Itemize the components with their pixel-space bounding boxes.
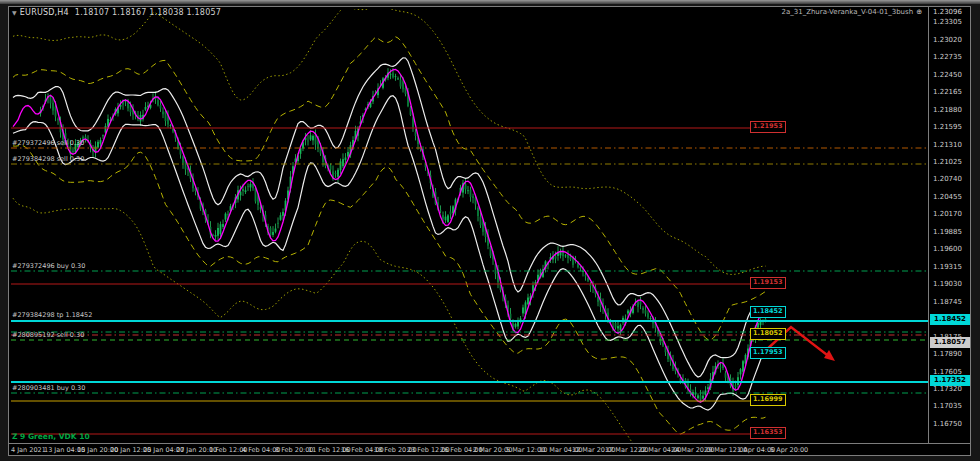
price-axis-tick: 1.22165: [933, 88, 962, 96]
order-line-label[interactable]: #280903481 buy 0.30: [12, 384, 85, 392]
level-value-box: 1.18052: [750, 328, 786, 340]
order-line-label[interactable]: #279384298 tp 1.18452: [12, 311, 92, 319]
mt4-chart-window: ▼EURUSD,H41.18107 1.18167 1.18038 1.1805…: [0, 0, 980, 461]
level-value-box: 1.16999: [750, 394, 786, 406]
mid-envelope-lower: [13, 145, 766, 434]
price-axis-tick: 1.20455: [933, 193, 962, 201]
price-axis-tick: 1.21310: [933, 141, 962, 149]
indicator-expand-icon[interactable]: ⊕: [916, 8, 922, 16]
price-axis-tick: 1.23020: [933, 36, 962, 44]
price-axis-tick: 1.19315: [933, 263, 962, 271]
window-top-edge: [0, 0, 980, 4]
axis-top-value: 1.23096: [933, 8, 962, 16]
order-line-label[interactable]: #279384298 sell 0.30: [12, 155, 84, 163]
axis-price-box: 1.18452: [930, 314, 970, 325]
indicator-watermark: Z 9 Green, VDK 10: [12, 432, 90, 441]
indicator-name-text: 2a_31_Zhura-Veranka_V-04-01_3bush: [781, 8, 913, 16]
bollinger-lower: [13, 96, 766, 410]
level-value-box: 1.19153: [750, 277, 786, 289]
price-axis-tick: 1.18745: [933, 298, 962, 306]
axis-price-box: 1.17352: [930, 375, 970, 386]
price-axis-tick: 1.21880: [933, 106, 962, 114]
level-value-box: 1.17953: [750, 347, 786, 359]
price-axis-tick: 1.19030: [933, 280, 962, 288]
bollinger-upper: [13, 58, 766, 377]
chevron-down-icon[interactable]: ▼: [12, 9, 17, 16]
chart-panel[interactable]: [8, 6, 971, 456]
symbol-timeframe-label: EURUSD,H4: [20, 8, 69, 17]
price-axis-tick: 1.17320: [933, 385, 962, 393]
level-value-box: 1.21953: [750, 121, 786, 133]
price-axis-tick: 1.22450: [933, 71, 962, 79]
plot-area[interactable]: [11, 7, 929, 455]
price-axis-tick: 1.16750: [933, 420, 962, 428]
price-axis-tick: 1.19600: [933, 245, 962, 253]
level-value-box: 1.18452: [750, 306, 786, 318]
level-value-box: 1.16353: [750, 427, 786, 439]
price-axis-tick: 1.17035: [933, 402, 962, 410]
drawn-arrow-head: [824, 350, 835, 361]
axis-price-box: 1.18057: [930, 337, 970, 348]
price-axis-tick: 1.20170: [933, 210, 962, 218]
price-axis-tick: 1.22735: [933, 53, 962, 61]
magenta-ma-line: [13, 69, 766, 402]
ohlc-readout: 1.18107 1.18167 1.18038 1.18057: [75, 8, 221, 17]
outer-envelope-lower: [13, 198, 766, 455]
price-axis-tick: 1.23305: [933, 18, 962, 26]
order-line-label[interactable]: #280895192 sell 0.30: [12, 331, 84, 339]
price-axis-tick: 1.20740: [933, 175, 962, 183]
time-axis-label: 4 Jan 2021: [11, 446, 46, 454]
candlestick-chart-canvas[interactable]: [9, 7, 970, 455]
indicator-name-label: 2a_31_Zhura-Veranka_V-04-01_3bush⊕: [781, 8, 922, 16]
candlestick-series: [40, 68, 767, 403]
price-axis-tick: 1.21595: [933, 123, 962, 131]
order-line-label[interactable]: #279372496 buy 0.30: [12, 262, 85, 270]
time-axis-label: 5 Apr 20:00: [770, 446, 808, 454]
chart-title: ▼EURUSD,H41.18107 1.18167 1.18038 1.1805…: [12, 8, 221, 17]
price-axis-tick: 1.21025: [933, 158, 962, 166]
outer-envelope-upper: [13, 7, 766, 275]
price-axis-tick: 1.17890: [933, 350, 962, 358]
price-axis-tick: 1.19885: [933, 228, 962, 236]
order-line-label[interactable]: #279372496 sell 0.30: [12, 139, 84, 147]
